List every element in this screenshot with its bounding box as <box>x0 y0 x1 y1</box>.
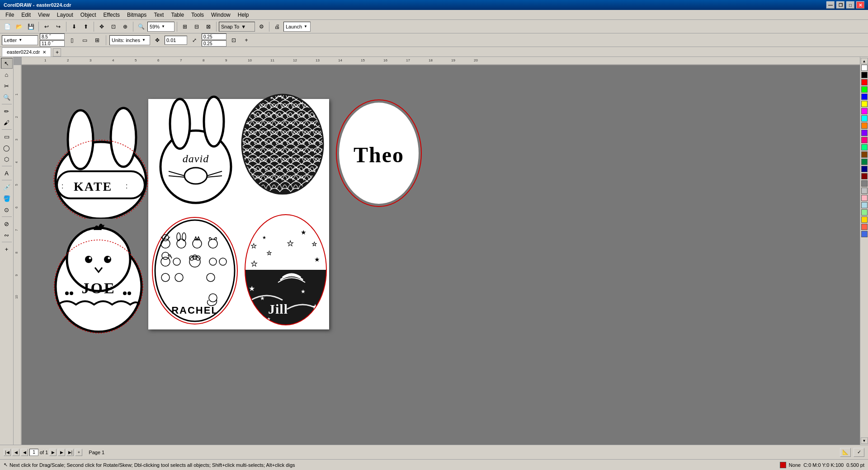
menu-text[interactable]: Text <box>150 11 167 19</box>
page-number-input[interactable] <box>29 449 38 456</box>
color-swatch[interactable] <box>861 130 868 136</box>
color-swatch[interactable] <box>861 94 868 100</box>
zoom-dropdown[interactable]: 59% ▼ <box>147 22 175 32</box>
smart-fill-tool[interactable]: ⊙ <box>1 204 13 215</box>
page-size-dropdown[interactable]: Letter ▼ <box>2 35 38 45</box>
menu-bitmaps[interactable]: Bitmaps <box>123 11 150 19</box>
view-guides-button[interactable]: ⊠ <box>203 21 214 32</box>
minimize-button[interactable]: — <box>826 1 835 9</box>
menu-object[interactable]: Object <box>77 11 100 19</box>
launch-dropdown[interactable]: Launch ▼ <box>283 22 311 32</box>
color-swatch[interactable] <box>861 108 868 114</box>
menu-edit[interactable]: Edit <box>18 11 34 19</box>
restore-button[interactable]: ❐ <box>836 1 844 9</box>
palette-scroll-down[interactable]: ▼ <box>861 437 868 444</box>
canvas-area[interactable]: 1 2 3 4 5 6 7 8 9 10 11 12 13 14 15 16 1… <box>14 57 860 445</box>
quality-button[interactable]: ✓ <box>854 448 864 457</box>
color-swatch[interactable] <box>861 86 868 93</box>
prev-page-button[interactable]: ◀ <box>12 449 19 456</box>
nudge2-input-bot[interactable] <box>202 40 226 47</box>
new-button[interactable]: 📄 <box>2 21 13 32</box>
menu-layout[interactable]: Layout <box>53 11 77 19</box>
eyedropper-tool[interactable]: 💉 <box>1 182 13 193</box>
transform-size-button[interactable]: ⊡ <box>108 21 119 32</box>
bleed-button[interactable]: ⊞ <box>92 35 103 46</box>
color-swatch[interactable] <box>861 65 868 71</box>
blend-tool[interactable]: ∾ <box>1 230 13 240</box>
units-dropdown[interactable]: Units: inches ▼ <box>109 35 150 45</box>
color-swatch[interactable] <box>861 122 868 129</box>
crop-tool[interactable]: ✂ <box>1 80 13 91</box>
open-button[interactable]: 📂 <box>14 21 24 32</box>
polygon-tool[interactable]: ⬡ <box>1 154 13 164</box>
fill-tool[interactable]: 🪣 <box>1 193 13 204</box>
page-width-input[interactable] <box>40 33 65 40</box>
first-page-button[interactable]: |◀ <box>4 449 11 456</box>
color-swatch[interactable] <box>861 224 868 230</box>
color-swatch[interactable] <box>861 202 868 208</box>
menu-effects[interactable]: Effects <box>100 11 123 19</box>
artistic-media-tool[interactable]: 🖌 <box>1 117 13 128</box>
select-tool[interactable]: ↖ <box>1 58 13 69</box>
color-swatch[interactable] <box>861 173 868 179</box>
color-swatch[interactable] <box>861 151 868 158</box>
import-button[interactable]: ⬇ <box>69 21 80 32</box>
options-button[interactable]: ⚙ <box>256 21 267 32</box>
menu-window[interactable]: Window <box>208 11 234 19</box>
nudge2-input-top[interactable] <box>202 33 226 40</box>
landscape-button[interactable]: ▭ <box>79 35 90 46</box>
color-swatch[interactable] <box>861 188 868 194</box>
portrait-button[interactable]: ▯ <box>66 35 77 46</box>
menu-help[interactable]: Help <box>234 11 253 19</box>
color-swatch[interactable] <box>861 79 868 85</box>
color-swatch[interactable] <box>861 216 868 223</box>
canvas-background[interactable]: : KATE : <box>22 65 860 445</box>
snap-to-dropdown[interactable]: Snap To ▼ <box>219 22 255 32</box>
nudge-input[interactable] <box>165 36 187 45</box>
page-height-input[interactable] <box>40 40 65 47</box>
snap-mode-button[interactable]: 📐 <box>840 448 851 457</box>
color-swatch[interactable] <box>861 115 868 122</box>
color-swatch[interactable] <box>861 209 868 216</box>
next-page-button2[interactable]: ▶ <box>58 449 65 456</box>
color-swatch[interactable] <box>861 101 868 107</box>
export-button[interactable]: ⬆ <box>80 21 91 32</box>
color-swatch[interactable] <box>861 159 868 165</box>
color-swatch[interactable] <box>861 231 868 237</box>
outline-tool[interactable]: ⊘ <box>1 218 13 229</box>
color-swatch[interactable] <box>861 195 868 201</box>
add-page-button[interactable]: + <box>241 35 252 46</box>
transform-position-button[interactable]: ✥ <box>96 21 107 32</box>
palette-scroll-up[interactable]: ▲ <box>861 58 868 64</box>
new-tab-button[interactable]: + <box>53 48 61 56</box>
tab-close-button[interactable]: ✕ <box>42 50 46 55</box>
menu-file[interactable]: File <box>2 11 18 19</box>
view-grid-button[interactable]: ⊟ <box>191 21 202 32</box>
fit-page-button[interactable]: ⊡ <box>228 35 239 46</box>
redo-button[interactable]: ↪ <box>53 21 64 32</box>
print-button[interactable]: 🖨 <box>272 21 283 32</box>
color-swatch[interactable] <box>861 72 868 78</box>
color-swatch[interactable] <box>861 166 868 172</box>
document-tab[interactable]: easter0224.cdr ✕ <box>2 47 51 56</box>
freehand-tool[interactable]: ✏ <box>1 106 13 117</box>
menu-table[interactable]: Table <box>167 11 188 19</box>
prev-page-button2[interactable]: ◀ <box>21 449 28 456</box>
zoom-out-button[interactable]: 🔍 <box>136 21 146 32</box>
color-swatch[interactable] <box>861 137 868 143</box>
titlebar-controls[interactable]: — ❐ □ ✕ <box>826 1 864 9</box>
rectangle-tool[interactable]: ▭ <box>1 131 13 142</box>
color-swatch[interactable] <box>861 180 868 187</box>
add-page-nav-button[interactable]: + <box>75 449 82 456</box>
maximize-button[interactable]: □ <box>846 1 854 9</box>
ellipse-tool[interactable]: ◯ <box>1 142 13 153</box>
last-page-button[interactable]: ▶| <box>66 449 74 456</box>
menu-view[interactable]: View <box>34 11 53 19</box>
zoom-tool[interactable]: 🔍 <box>1 92 13 103</box>
transform-scale-button[interactable]: ⊕ <box>120 21 131 32</box>
shape-tool[interactable]: ⌂ <box>1 69 13 80</box>
menu-tools[interactable]: Tools <box>188 11 208 19</box>
add-tool-button[interactable]: + <box>1 244 13 254</box>
view-full-button[interactable]: ⊞ <box>179 21 190 32</box>
color-swatch[interactable] <box>861 144 868 150</box>
